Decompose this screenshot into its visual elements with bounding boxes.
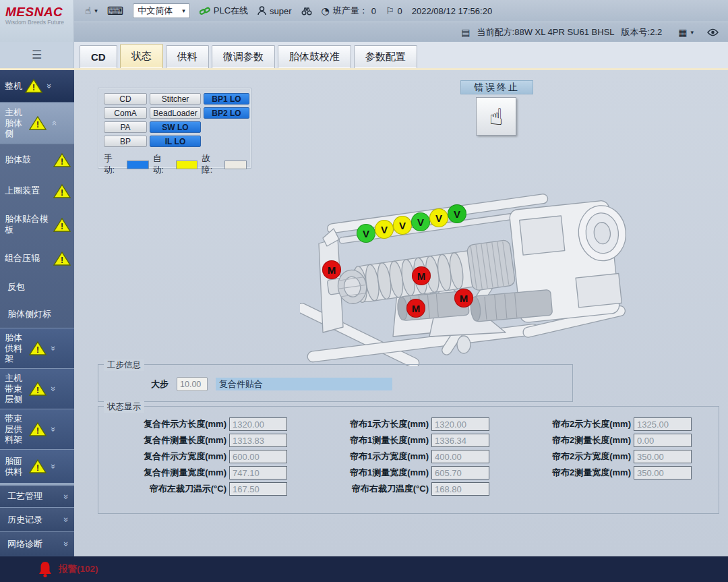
value-field[interactable]: 605.70 <box>431 466 489 479</box>
sidebar-item-carcass-applying-template[interactable]: 胎体贴合模板 ! <box>0 206 74 243</box>
unit-button-il-lo[interactable]: IL LO <box>150 136 201 147</box>
valve-indicator: V <box>429 208 448 227</box>
unit-button-coma[interactable]: ComA <box>104 107 147 119</box>
sidebar-item-bead-setter[interactable]: 上圈装置 ! <box>0 175 74 206</box>
alarm-bar[interactable]: 报警(102) <box>0 556 728 582</box>
legend-auto-swatch <box>176 161 198 169</box>
user-indicator: super <box>257 6 292 16</box>
value-field[interactable]: 1313.83 <box>229 434 287 447</box>
caret-down-icon: ▾ <box>690 29 694 36</box>
sidebar-item-label: 胎体鼓 <box>5 154 51 165</box>
status-column-ply1: 帘布1示方长度(mm)1320.00 帘布1测量长度(mm)1336.34 帘布… <box>306 417 489 498</box>
valve-indicator: V <box>411 212 430 231</box>
datetime: 2022/08/12 17:56:20 <box>412 6 492 16</box>
recipe-version: 版本号:2.2 <box>621 26 663 38</box>
layout-grid-button[interactable]: ▦ ▾ <box>678 27 694 38</box>
value-field[interactable]: 350.00 <box>634 466 692 479</box>
sidebar-item-turnup[interactable]: 反包 <box>0 274 74 301</box>
value-field[interactable]: 1320.00 <box>229 417 287 431</box>
tab-parameter-config[interactable]: 参数配置 <box>354 45 417 68</box>
value-field[interactable]: 168.80 <box>431 482 489 496</box>
mode-legend: 手动: 自动: 故障: <box>104 153 247 176</box>
sidebar-item-network-diagnosis[interactable]: 网络诊断 » <box>0 531 74 556</box>
tab-cd[interactable]: CD <box>80 45 117 68</box>
user-icon <box>257 6 266 16</box>
sidebar-item-carcass-side-lamp[interactable]: 胎体侧灯标 <box>0 301 74 328</box>
sidebar-item-carcass-servicer[interactable]: 胎体供料架 ! » <box>0 328 74 368</box>
alarm-bell-icon <box>37 560 53 578</box>
sidebar-item-label: 带束层供料架 <box>5 413 26 445</box>
sidebar-item-main-carcass-side[interactable]: 主机胎体侧 ! » <box>0 103 74 144</box>
sidebar-item-process-management[interactable]: 工艺管理 » <box>0 483 74 507</box>
tab-strip: ☰ CD 状态 供料 微调参数 胎体鼓校准 参数配置 <box>0 42 728 70</box>
tab-status[interactable]: 状态 <box>120 44 163 68</box>
legend-fault-swatch <box>224 161 247 169</box>
sidebar-item-label: 胎体贴合模板 <box>5 214 51 235</box>
status-row: 复合件测量长度(mm)1313.83 <box>104 434 287 447</box>
unit-button-bp1-lo[interactable]: BP1 LO <box>204 93 249 105</box>
unit-button-bp2-lo[interactable]: BP2 LO <box>204 107 249 119</box>
sidebar-item-carcass-drum[interactable]: 胎体鼓 ! <box>0 144 74 175</box>
sidebar-item-label: 历史记录 <box>5 515 59 525</box>
svg-text:!: ! <box>61 157 63 167</box>
value-field[interactable]: 1325.00 <box>634 417 692 431</box>
sidebar-item-label: 网络诊断 <box>5 539 59 550</box>
sidebar-item-tread-feeding[interactable]: 胎面供料 ! » <box>0 449 74 483</box>
value-field[interactable]: 1336.34 <box>431 434 489 447</box>
value-field[interactable]: 747.10 <box>229 466 287 479</box>
warning-icon: ! <box>53 152 71 168</box>
unit-button-cd[interactable]: CD <box>104 93 147 105</box>
top-bar-right: ☝ ▾ ⌨ 中文简体 ▾ PLC在线 <box>74 0 728 42</box>
value-field[interactable]: 0.00 <box>634 434 692 447</box>
warning-icon: ! <box>29 115 47 131</box>
sidebar-item-whole-machine[interactable]: 整机 ! » <box>0 70 74 103</box>
language-select[interactable]: 中文简体 ▾ <box>133 3 190 18</box>
link-icon <box>200 6 210 16</box>
error-stop-button[interactable]: ☝ <box>476 97 516 136</box>
value-field[interactable]: 400.00 <box>431 450 489 463</box>
sidebar-menu-button[interactable]: ☰ <box>0 42 74 68</box>
sidebar-item-main-belt-side[interactable]: 主机带束层侧 ! » <box>0 368 74 409</box>
field-label: 帘布右裁刀温度(°C) <box>306 483 429 495</box>
message-count: 0 <box>398 6 402 16</box>
machine-view: V V V V V V M M M M <box>300 164 637 366</box>
language-value: 中文简体 <box>138 5 173 17</box>
step-number-input[interactable]: 10.00 <box>177 377 208 391</box>
status-row: 复合件示方长度(mm)1320.00 <box>104 417 287 431</box>
step-info-row: 大步 10.00 复合件贴合 <box>151 377 572 391</box>
unit-button-beadloader[interactable]: BeadLoader <box>150 107 201 119</box>
status-row: 帘布2测量长度(mm)0.00 <box>508 434 692 447</box>
value-field[interactable]: 167.50 <box>229 482 287 496</box>
svg-text:!: ! <box>61 256 63 265</box>
value-field[interactable]: 600.00 <box>229 450 287 463</box>
status-row: 帘布左裁刀温示(°C)167.50 <box>104 482 287 496</box>
flag-icon: ⚐ <box>386 5 394 16</box>
keyboard-button[interactable]: ⌨ <box>107 4 124 18</box>
field-label: 帘布1示方长度(mm) <box>306 418 429 430</box>
status-row: 帘布1示方长度(mm)1320.00 <box>306 417 489 431</box>
sidebar-item-belt-servicer[interactable]: 带束层供料架 ! » <box>0 409 74 449</box>
tab-feeding[interactable]: 供料 <box>166 45 209 68</box>
tab-drum-calibration[interactable]: 胎体鼓校准 <box>278 45 351 68</box>
binoculars-button[interactable] <box>301 7 312 16</box>
unit-button-stitcher[interactable]: Stitcher <box>150 93 201 105</box>
hand-tool-button[interactable]: ☝ ▾ <box>85 5 98 17</box>
unit-status-panel: CD Stitcher BP1 LO ComA BeadLoader BP2 L… <box>98 88 251 169</box>
motor-indicator: M <box>406 299 425 318</box>
status-row: 帘布1测量宽度(mm)605.70 <box>306 466 489 479</box>
unit-button-pa[interactable]: PA <box>104 121 147 133</box>
svg-text:!: ! <box>32 83 35 92</box>
warning-icon: ! <box>29 421 47 437</box>
view-toggle-button[interactable] <box>707 28 719 36</box>
value-field[interactable]: 350.00 <box>634 450 692 463</box>
field-label: 帘布2测量长度(mm) <box>508 434 631 446</box>
unit-button-bp[interactable]: BP <box>104 136 147 147</box>
motor-indicator: M <box>322 260 341 279</box>
sidebar-item-label: 胎体供料架 <box>5 332 26 364</box>
sidebar-item-combined-roller[interactable]: 组合压辊 ! <box>0 243 74 274</box>
sidebar-item-history-records[interactable]: 历史记录 » <box>0 507 74 531</box>
tab-fine-tune[interactable]: 微调参数 <box>212 45 275 68</box>
unit-button-sw-lo[interactable]: SW LO <box>150 121 201 133</box>
sidebar-item-label: 组合压辊 <box>5 253 51 264</box>
value-field[interactable]: 1320.00 <box>431 417 489 431</box>
